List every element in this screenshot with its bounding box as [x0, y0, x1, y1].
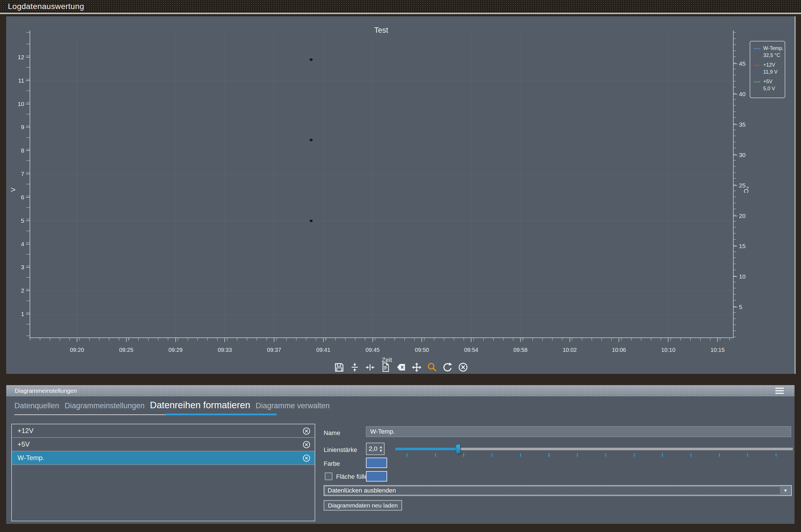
- y-left-major-tick: [26, 267, 30, 268]
- x-axis-minor-ticks: [30, 338, 733, 341]
- save-icon[interactable]: [333, 361, 345, 373]
- tab-diagrammeinstellungen[interactable]: Diagrammeinstellungen: [64, 401, 145, 410]
- remove-series-icon[interactable]: [302, 426, 311, 435]
- y-left-tick-label: 7: [11, 171, 24, 177]
- remove-series-icon[interactable]: [302, 440, 311, 449]
- window-titlebar[interactable]: Logdatenauswertung: [0, 0, 801, 13]
- gridline-horizontal: [30, 57, 733, 58]
- slider-handle[interactable]: [456, 444, 460, 454]
- linewidth-label: Linienstärke: [324, 446, 357, 454]
- titlebar-separator: [0, 13, 801, 14]
- legend-entry: +5V5,0 V: [754, 78, 785, 92]
- report-icon[interactable]: [380, 361, 391, 373]
- linewidth-spinner[interactable]: 2,0 ▲ ▼: [366, 443, 385, 455]
- chart-panel[interactable]: Test V °C Zeit 09:2009:2509:2909:3309:37…: [6, 16, 796, 374]
- spinner-down-icon[interactable]: ▼: [378, 449, 384, 453]
- fill-area-checkbox[interactable]: [325, 473, 332, 480]
- cancel-icon[interactable]: [457, 361, 469, 373]
- tab-diagramme-verwalten[interactable]: Diagramme verwalten: [256, 401, 330, 410]
- list-item-+5v[interactable]: +5V: [12, 438, 314, 451]
- menu-icon[interactable]: [775, 388, 784, 394]
- gridline-vertical: [619, 32, 619, 338]
- legend-series-name: +12V: [763, 61, 778, 69]
- y-right-major-tick: [733, 246, 737, 246]
- slider-fill: [395, 448, 458, 450]
- y-right-major-tick: [733, 124, 737, 125]
- fit-vertical-icon[interactable]: [349, 361, 360, 373]
- x-major-tick: [717, 338, 718, 342]
- name-input[interactable]: W-Temp.: [366, 426, 791, 437]
- refresh-icon[interactable]: [442, 361, 453, 373]
- x-major-tick: [421, 338, 422, 342]
- tab-bar: DatenquellenDiagrammeinstellungenDatenre…: [14, 400, 329, 411]
- gridline-vertical: [718, 32, 718, 338]
- linewidth-value: 2,0: [366, 443, 378, 454]
- y-right-major-tick: [733, 155, 737, 155]
- gridline-horizontal: [30, 151, 733, 151]
- y-left-major-tick: [26, 174, 30, 174]
- gridline-vertical: [323, 32, 324, 338]
- settings-panel-title: Diagrammeinstellungen: [15, 385, 77, 396]
- gridline-vertical: [471, 32, 472, 338]
- series-listbox[interactable]: +12V+5VW-Temp.: [11, 424, 315, 521]
- pan-icon[interactable]: [411, 361, 422, 373]
- x-tick-label: 09:50: [411, 347, 433, 353]
- y-left-tick-label: 10: [11, 101, 24, 108]
- name-label: Name: [324, 430, 340, 437]
- y-right-tick-label: 20: [739, 213, 753, 219]
- tab-datenreihen-formatieren[interactable]: Datenreihen formatieren: [150, 400, 250, 411]
- y-right-tick-label: 10: [739, 273, 753, 280]
- y-right-major-tick: [733, 94, 737, 94]
- y-left-major-tick: [26, 80, 30, 81]
- gridline-vertical: [274, 32, 274, 338]
- legend-line-swatch: [754, 81, 760, 82]
- y-axis-left-minor-ticks: [26, 32, 30, 338]
- active-tab-underline: [166, 414, 276, 415]
- gap-mode-dropdown[interactable]: Datenlücken ausblenden ▼: [324, 485, 792, 496]
- list-item-+12v[interactable]: +12V: [12, 424, 314, 438]
- fit-horizontal-icon[interactable]: [364, 361, 376, 373]
- gridline-vertical: [225, 32, 225, 338]
- y-left-tick-label: 9: [11, 124, 24, 131]
- gridline-vertical: [77, 32, 77, 338]
- linewidth-slider[interactable]: [395, 443, 793, 455]
- chart-legend: W-Temp.32,5 °C+12V11,9 V+5V5,0 V: [750, 41, 785, 98]
- y-right-tick-label: 15: [739, 243, 753, 249]
- reload-chart-button[interactable]: Diagrammdaten neu laden: [324, 500, 402, 511]
- y-right-major-tick: [733, 307, 737, 307]
- y-left-major-tick: [26, 104, 30, 104]
- line-color-swatch[interactable]: [366, 458, 387, 468]
- dropdown-arrow-icon[interactable]: ▼: [780, 486, 791, 495]
- fill-color-swatch[interactable]: [366, 471, 387, 481]
- slider-ticks: [406, 453, 784, 457]
- list-item-wtemp[interactable]: W-Temp.: [12, 451, 314, 465]
- x-major-tick: [274, 338, 274, 342]
- tab-datenquellen[interactable]: Datenquellen: [14, 401, 59, 410]
- y-right-tick-label: 30: [739, 152, 753, 158]
- x-major-tick: [471, 338, 472, 342]
- x-major-tick: [668, 338, 668, 342]
- y-left-major-tick: [26, 150, 30, 151]
- x-tick-label: 10:02: [558, 347, 581, 353]
- gridline-horizontal: [30, 314, 733, 315]
- y-left-major-tick: [26, 244, 30, 244]
- x-major-tick: [520, 338, 521, 342]
- y-left-tick-label: 12: [11, 54, 24, 61]
- legend-series-value: 32,5 °C: [763, 52, 783, 59]
- y-left-tick-label: 8: [11, 147, 24, 154]
- series-item-label: W-Temp.: [18, 454, 44, 461]
- legend-line-swatch: [754, 48, 760, 49]
- legend-text: W-Temp.32,5 °C: [763, 45, 783, 59]
- clear-icon[interactable]: [395, 361, 406, 373]
- y-left-major-tick: [26, 314, 30, 315]
- series-item-label: +12V: [18, 427, 34, 434]
- chart-toolbar: [333, 361, 469, 373]
- zoom-icon[interactable]: [426, 361, 438, 373]
- settings-panel-header[interactable]: Diagrammeinstellungen: [6, 385, 795, 396]
- x-tick-label: 09:58: [509, 347, 532, 353]
- y-left-tick-label: 11: [11, 77, 24, 84]
- tab-underline: [14, 414, 166, 415]
- window-title: Logdatenauswertung: [8, 0, 84, 13]
- gridline-horizontal: [30, 267, 733, 268]
- remove-series-icon[interactable]: [302, 454, 311, 462]
